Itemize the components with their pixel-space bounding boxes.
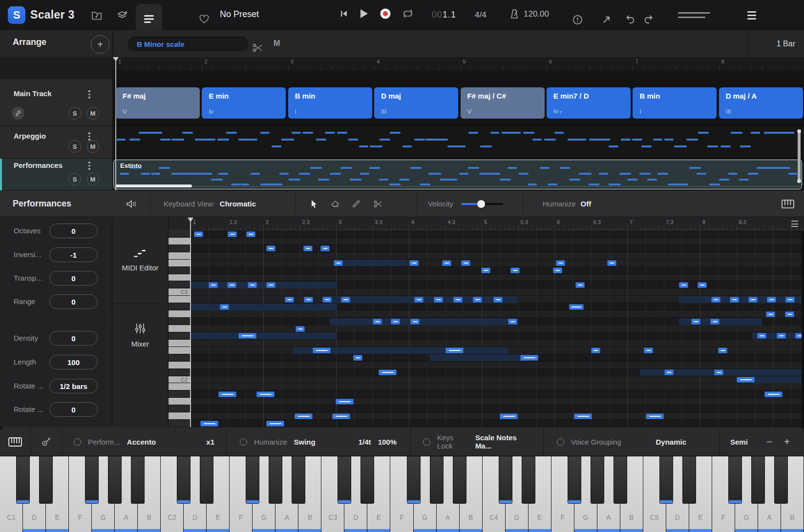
midi-note[interactable] [767, 297, 776, 303]
midi-note[interactable] [575, 282, 585, 288]
eraser-tool[interactable] [331, 200, 339, 208]
piano-key-C#4[interactable] [499, 456, 512, 504]
piano-key-A#1[interactable] [131, 456, 145, 504]
midi-note[interactable] [266, 421, 284, 427]
midi-ruler[interactable]: 11.322.333.344.355.366.377.388.3 [169, 217, 804, 230]
midi-note[interactable] [520, 355, 538, 361]
track-menu-icon[interactable] [88, 90, 90, 99]
midi-note[interactable] [679, 282, 688, 288]
midi-note[interactable] [296, 326, 305, 332]
midi-note[interactable] [461, 260, 470, 266]
param-value-7[interactable]: 1/2 bars [49, 379, 98, 393]
export-share-icon[interactable] [597, 10, 616, 29]
midi-note[interactable] [569, 304, 584, 310]
midi-note[interactable] [409, 260, 419, 266]
piano-roll-key[interactable]: C2 [169, 376, 190, 384]
arpeggio-track-lane[interactable] [112, 126, 804, 159]
midi-note[interactable] [785, 297, 795, 303]
play-button[interactable] [359, 8, 369, 19]
piano-key-D#5[interactable] [682, 456, 696, 504]
keys-lock-value[interactable]: Scale Notes Ma... [475, 433, 530, 450]
midi-note[interactable] [246, 231, 255, 237]
cut-scissors-icon[interactable] [248, 38, 268, 58]
mute-button[interactable]: M [86, 173, 99, 185]
keyboard-view-selector[interactable]: Keyboard View: Chromatic [164, 190, 256, 217]
piano-roll-key[interactable] [169, 245, 190, 252]
piano-key-F#1[interactable] [85, 456, 99, 504]
piano-key-G#3[interactable] [430, 456, 444, 504]
keyboard-panel-toggle[interactable] [0, 427, 30, 456]
arrange-vertical-scrollbar[interactable] [798, 131, 801, 182]
piano-roll-key[interactable] [169, 354, 190, 362]
piano-key-G#2[interactable] [269, 456, 282, 504]
midi-note[interactable] [313, 348, 331, 353]
perform-radio[interactable] [74, 438, 81, 446]
piano-roll-key[interactable] [169, 303, 190, 310]
midi-note[interactable] [508, 319, 517, 325]
chord-block[interactable]: D majIII [374, 87, 458, 119]
piano-key-F#4[interactable] [568, 456, 581, 504]
piano-roll-key[interactable]: C3 [169, 288, 190, 296]
track-name[interactable]: Main Track [14, 89, 52, 98]
piano-roll-key[interactable] [169, 267, 190, 274]
humanize-amount[interactable]: 100% [378, 438, 397, 446]
multi-layers-icon[interactable] [113, 5, 132, 25]
perform-multiplier[interactable]: x1 [206, 438, 214, 446]
scale-name-field[interactable]: B Minor scale [128, 37, 248, 51]
link-icon[interactable] [12, 107, 24, 120]
piano-roll-key[interactable] [169, 347, 190, 354]
param-value-5[interactable]: 0 [49, 331, 98, 346]
piano-roll-key[interactable] [169, 274, 190, 282]
humanize-mode[interactable]: Swing [294, 438, 316, 446]
undo-icon[interactable] [620, 10, 640, 29]
piano-key-A#4[interactable] [614, 456, 627, 504]
piano-roll-key[interactable] [169, 398, 190, 405]
piano-key-D#1[interactable] [39, 456, 53, 504]
master-fader-lines[interactable] [678, 12, 710, 18]
midi-note[interactable] [493, 297, 503, 303]
time-signature[interactable]: 4/4 [475, 10, 487, 20]
keys-lock-radio[interactable] [423, 438, 430, 446]
semi-decrement-button[interactable]: − [763, 436, 776, 448]
midi-note[interactable] [553, 267, 562, 273]
piano-roll-key[interactable] [169, 296, 190, 303]
voice-grouping-value[interactable]: Dynamic [656, 438, 686, 446]
loop-button[interactable] [402, 9, 414, 19]
humanize-control[interactable]: Humanize Off [543, 190, 591, 217]
arrange-playhead-marker[interactable] [113, 57, 119, 61]
instrument-icon[interactable] [30, 427, 62, 456]
param-value-2[interactable]: -1 [49, 247, 98, 262]
midi-note[interactable] [445, 348, 464, 353]
estinto-clip[interactable] [113, 160, 802, 189]
track-name[interactable]: Arpeggio [14, 132, 46, 140]
midi-note[interactable] [320, 246, 330, 251]
midi-note[interactable] [336, 399, 354, 405]
multi-voice-toggle[interactable]: M [274, 39, 280, 48]
piano-key-F#5[interactable] [728, 456, 742, 504]
piano-key-C#1[interactable] [16, 456, 30, 504]
midi-note[interactable] [303, 246, 313, 251]
mute-button[interactable]: M [86, 140, 99, 153]
param-value-3[interactable]: 0 [49, 271, 98, 286]
piano-roll-key[interactable] [169, 332, 190, 340]
midi-note[interactable] [228, 231, 237, 237]
midi-note[interactable] [764, 391, 783, 397]
semi-increment-button[interactable]: + [781, 436, 793, 448]
settings-menu-icon[interactable] [747, 11, 756, 20]
midi-note[interactable] [607, 260, 616, 266]
midi-note[interactable] [500, 413, 518, 419]
midi-note[interactable] [238, 333, 256, 339]
param-value-4[interactable]: 0 [49, 294, 98, 309]
midi-note[interactable] [556, 260, 565, 266]
mixer-nav-button[interactable]: Mixer [112, 304, 168, 367]
midi-note[interactable] [227, 282, 236, 288]
midi-note[interactable] [353, 355, 362, 361]
humanize-value[interactable]: Off [581, 200, 592, 208]
param-value-6[interactable]: 100 [49, 355, 98, 369]
midi-note[interactable] [777, 333, 786, 339]
midi-note[interactable] [266, 246, 275, 251]
piano-roll-key[interactable] [169, 238, 190, 245]
piano-key-D#4[interactable] [522, 456, 535, 504]
piano-roll-key[interactable] [169, 390, 190, 398]
midi-note[interactable] [209, 282, 218, 288]
